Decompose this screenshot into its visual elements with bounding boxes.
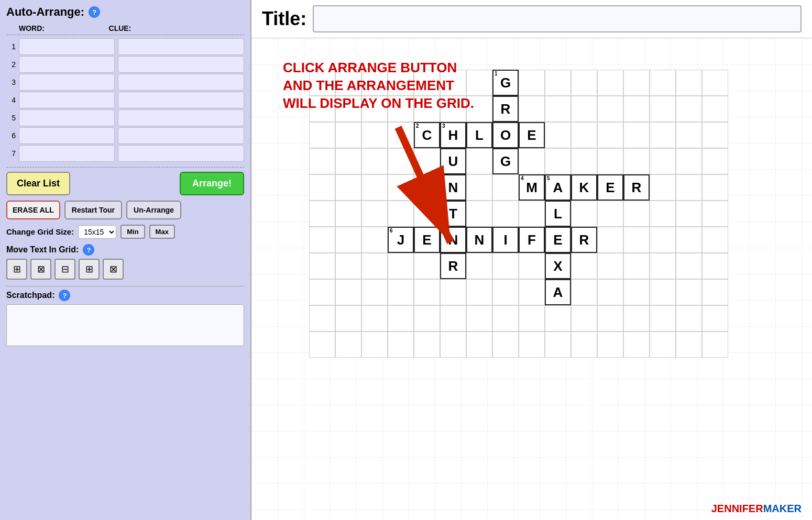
grid-cell	[650, 331, 676, 358]
grid-cell	[492, 201, 519, 227]
grid-cell	[440, 305, 466, 331]
grid-cell	[466, 174, 492, 201]
row-number: 4	[6, 96, 16, 104]
grid-cell	[361, 122, 388, 148]
grid-cell: F	[519, 227, 545, 253]
grid-cell	[519, 279, 545, 305]
move-text-help-icon[interactable]: ?	[83, 244, 94, 256]
word-rows-container: 1 2 3 4 5 6 7	[6, 38, 244, 163]
word-input[interactable]	[19, 92, 115, 108]
grid-cell	[309, 122, 335, 148]
grid-cell	[623, 253, 650, 279]
word-input[interactable]	[19, 127, 115, 144]
grid-cell	[702, 122, 728, 148]
grid-cell	[650, 122, 676, 148]
grid-cell	[361, 96, 388, 122]
clue-input[interactable]	[118, 92, 244, 108]
clue-input[interactable]	[118, 127, 244, 144]
erase-all-button[interactable]: ERASE ALL	[6, 201, 60, 219]
grid-cell	[597, 279, 623, 305]
grid-cell: R	[571, 227, 597, 253]
grid-cell	[388, 253, 414, 279]
scratchpad-label: Scratchpad: ?	[6, 290, 244, 301]
grid-cell	[702, 331, 728, 358]
grid-cell: R	[440, 253, 466, 279]
grid-cell	[571, 96, 597, 122]
grid-cell	[414, 253, 440, 279]
grid-size-select[interactable]: 15x15	[78, 225, 116, 239]
grid-cell	[702, 70, 728, 96]
grid-cell	[650, 227, 676, 253]
grid-cell	[466, 253, 492, 279]
clue-input[interactable]	[118, 145, 244, 162]
grid-cell: 6J	[388, 227, 414, 253]
grid-cell	[388, 122, 414, 148]
grid-cell	[676, 305, 702, 331]
grid-cell	[440, 331, 466, 358]
grid-cell: E	[597, 174, 623, 201]
clear-list-button[interactable]: Clear List	[6, 172, 70, 195]
grid-cell	[623, 305, 650, 331]
clue-input[interactable]	[118, 74, 244, 91]
grid-cell	[650, 148, 676, 174]
title-bar: Title:	[251, 0, 812, 38]
grid-cell: 4M	[519, 174, 545, 201]
word-input[interactable]	[19, 109, 115, 126]
grid-cell	[676, 122, 702, 148]
grid-cell	[466, 96, 492, 122]
grid-cell	[676, 148, 702, 174]
grid-cell	[597, 96, 623, 122]
word-input[interactable]	[19, 145, 115, 162]
word-input[interactable]	[19, 38, 115, 55]
word-input[interactable]	[19, 56, 115, 73]
clue-input[interactable]	[118, 109, 244, 126]
grid-cell	[335, 253, 361, 279]
grid-cell	[597, 305, 623, 331]
word-row: 2	[6, 56, 244, 73]
auto-arrange-help-icon[interactable]: ?	[89, 6, 100, 18]
move-icon-5[interactable]: ⊠	[103, 259, 124, 280]
word-input[interactable]	[19, 74, 115, 91]
restart-tour-button[interactable]: Restart Tour	[64, 201, 122, 219]
move-icon-2[interactable]: ⊠	[30, 259, 51, 280]
grid-cell	[335, 174, 361, 201]
grid-cell	[388, 331, 414, 358]
grid-cell	[309, 253, 335, 279]
min-button[interactable]: Min	[120, 225, 145, 239]
secondary-buttons: ERASE ALL Restart Tour Un-Arrange	[6, 201, 244, 219]
grid-cell	[466, 305, 492, 331]
move-icon-4[interactable]: ⊞	[79, 259, 100, 280]
grid-cell	[388, 148, 414, 174]
clue-input[interactable]	[118, 38, 244, 55]
grid-cell	[519, 96, 545, 122]
scratchpad-textarea[interactable]	[6, 304, 244, 346]
grid-cell	[414, 279, 440, 305]
scratchpad-help-icon[interactable]: ?	[59, 290, 70, 301]
grid-cell	[571, 253, 597, 279]
grid-cell	[335, 279, 361, 305]
grid-cell	[335, 96, 361, 122]
grid-cell: R	[492, 96, 519, 122]
left-panel: Auto-Arrange: ? WORD: CLUE: 1 2 3 4 5	[0, 0, 251, 520]
grid-cell	[702, 227, 728, 253]
arrange-button[interactable]: Arrange!	[180, 172, 244, 195]
grid-cell	[650, 70, 676, 96]
grid-cell: E	[545, 227, 571, 253]
grid-cell	[388, 279, 414, 305]
unarrange-button[interactable]: Un-Arrange	[126, 201, 181, 219]
grid-cell	[492, 331, 519, 358]
max-button[interactable]: Max	[149, 225, 175, 239]
grid-cell	[335, 331, 361, 358]
grid-cell	[650, 174, 676, 201]
move-icon-3[interactable]: ⊟	[54, 259, 75, 280]
move-icon-1[interactable]: ⊞	[6, 259, 27, 280]
clue-input[interactable]	[118, 56, 244, 73]
grid-cell	[676, 96, 702, 122]
title-input[interactable]	[313, 5, 802, 32]
grid-cell	[414, 305, 440, 331]
grid-cell	[545, 148, 571, 174]
grid-cell	[545, 122, 571, 148]
main-buttons-row: Clear List Arrange!	[6, 167, 244, 195]
grid-cell	[492, 305, 519, 331]
clue-column-label: CLUE:	[104, 24, 244, 32]
